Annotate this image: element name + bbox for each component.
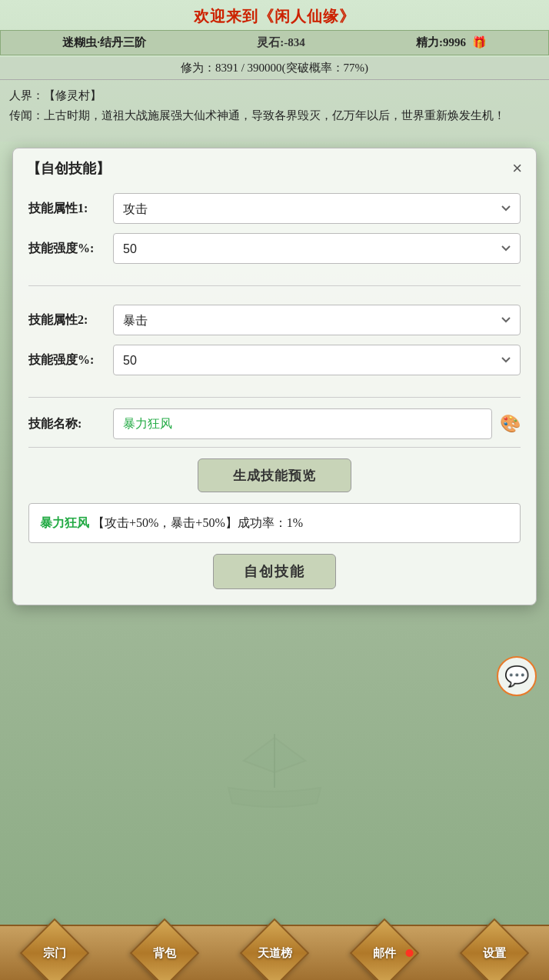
attr2-section: 技能属性2: 暴击 攻击 防御 速度 技能强度%: 10203040 50607… — [13, 297, 536, 392]
attr2-label: 技能属性2: — [28, 312, 113, 328]
nav-label-mail: 邮件 — [373, 946, 396, 961]
title-bar: 欢迎来到《闲人仙缘》 — [0, 0, 549, 30]
create-skill-button[interactable]: 自创技能 — [213, 554, 336, 589]
nav-diamond-mail: 邮件 — [350, 918, 420, 980]
chat-button[interactable]: 💬 — [497, 656, 537, 696]
spirit-stone-status: 灵石:-834 — [257, 35, 305, 50]
world-info: 人界：【修灵村】 传闻：上古时期，道祖大战施展强大仙术神通，导致各界毁灭，亿万年… — [0, 80, 549, 142]
nav-item-mail[interactable]: 邮件 — [360, 928, 409, 978]
skill-name-section: 技能名称: 🎨 — [28, 408, 521, 439]
section-divider-3 — [28, 447, 521, 448]
nav-item-ranking[interactable]: 天道榜 — [250, 928, 299, 978]
gift-icon[interactable]: 🎁 — [472, 36, 487, 48]
preview-detail-text: 【攻击+50%，暴击+50%】成功率：1% — [92, 516, 303, 529]
nav-diamond-ranking: 天道榜 — [240, 918, 310, 980]
palette-button[interactable]: 🎨 — [500, 414, 521, 434]
attr1-select[interactable]: 攻击 防御 速度 生命 — [113, 193, 521, 224]
attr1-label: 技能属性1: — [28, 201, 113, 217]
level-status: 迷糊虫·结丹三阶 — [62, 35, 146, 50]
ship-decoration — [198, 711, 351, 826]
attr2-select[interactable]: 暴击 攻击 防御 速度 — [113, 305, 521, 335]
cultivation-bar: 修为：8391 / 390000(突破概率：77%) — [0, 57, 549, 80]
nav-label-settings: 设置 — [483, 946, 506, 961]
strength1-label: 技能强度%: — [28, 241, 113, 257]
strength1-row: 技能强度%: 10203040 5060708090100 — [28, 233, 521, 264]
preview-box: 暴力狂风 【攻击+50%，暴击+50%】成功率：1% — [28, 503, 521, 543]
lore-text: 传闻：上古时期，道祖大战施展强大仙术神通，导致各界毁灭，亿万年以后，世界重新焕发… — [9, 106, 540, 126]
attr2-row: 技能属性2: 暴击 攻击 防御 速度 — [28, 305, 521, 335]
close-button[interactable]: × — [512, 160, 522, 177]
bottom-nav: 宗门 背包 天道榜 邮件 设置 — [0, 925, 549, 980]
mail-badge — [404, 948, 414, 958]
strength1-select[interactable]: 10203040 5060708090100 — [113, 233, 521, 264]
chat-icon: 💬 — [504, 665, 529, 688]
section-divider-1 — [28, 285, 521, 286]
skill-name-label: 技能名称: — [28, 416, 113, 432]
nav-label-ranking: 天道榜 — [257, 946, 291, 961]
nav-item-settings[interactable]: 设置 — [470, 928, 519, 978]
generate-preview-button[interactable]: 生成技能预览 — [198, 458, 351, 492]
nav-label-clan: 宗门 — [43, 946, 66, 961]
skill-creation-modal: 【自创技能】 × 技能属性1: 攻击 防御 速度 生命 技能强度%: 10203… — [12, 148, 537, 605]
nav-label-bag: 背包 — [153, 946, 176, 961]
nav-diamond-bag: 背包 — [130, 918, 200, 980]
nav-diamond-settings: 设置 — [459, 918, 529, 980]
nav-diamond-clan: 宗门 — [20, 918, 90, 980]
middle-area: 💬 — [0, 612, 549, 704]
section-divider-2 — [28, 397, 521, 398]
status-bar: 迷糊虫·结丹三阶 灵石:-834 精力:9996 🎁 — [0, 30, 549, 55]
location-text: 人界：【修灵村】 — [9, 86, 540, 106]
modal-header: 【自创技能】 × — [13, 148, 536, 185]
modal-title: 【自创技能】 — [27, 159, 110, 178]
strength2-select[interactable]: 10203040 5060708090100 — [113, 345, 521, 375]
attr1-row: 技能属性1: 攻击 防御 速度 生命 — [28, 193, 521, 224]
nav-item-bag[interactable]: 背包 — [140, 928, 189, 978]
game-title: 欢迎来到《闲人仙缘》 — [194, 8, 355, 25]
preview-skill-name: 暴力狂风 — [40, 516, 89, 529]
nav-item-clan[interactable]: 宗门 — [30, 928, 79, 978]
strength2-label: 技能强度%: — [28, 352, 113, 368]
attr1-section: 技能属性1: 攻击 防御 速度 生命 技能强度%: 10203040 50607… — [13, 185, 536, 281]
strength2-row: 技能强度%: 10203040 5060708090100 — [28, 345, 521, 375]
stamina-status: 精力:9996 🎁 — [416, 35, 487, 50]
skill-name-input[interactable] — [113, 408, 492, 439]
